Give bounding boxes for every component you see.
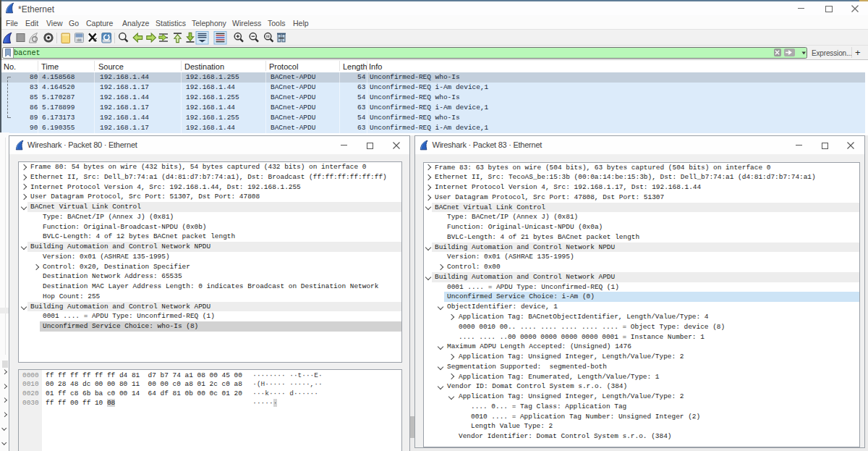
svg-text:dd: dd xyxy=(77,38,82,42)
